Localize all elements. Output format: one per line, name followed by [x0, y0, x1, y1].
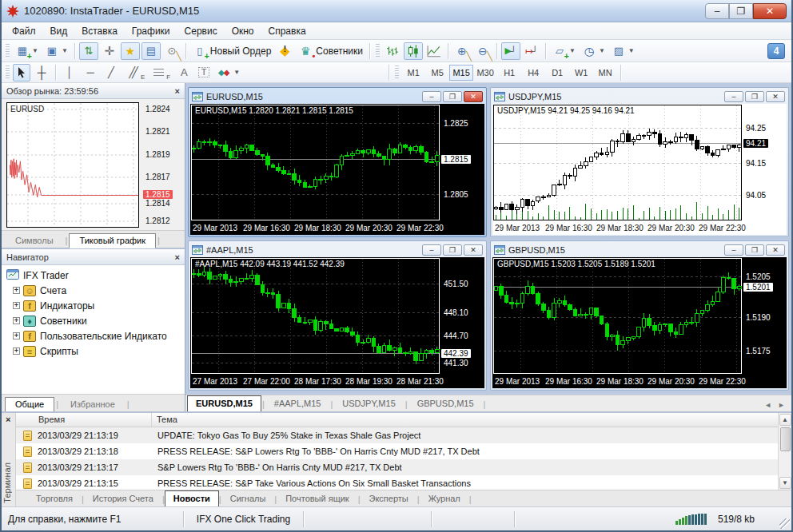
candlestick-chart-type-button[interactable] [404, 42, 423, 60]
tree-item-3[interactable]: +♦Советники [5, 313, 185, 328]
close-icon[interactable]: × [175, 252, 180, 262]
chart-body[interactable]: GBPUSD,M15 1.5203 1.5205 1.5189 1.52011.… [492, 257, 787, 388]
scroll-left-icon[interactable]: ◄ [764, 401, 771, 409]
close-button[interactable]: ✕ [753, 3, 787, 19]
chart-window-gbpusd[interactable]: GBPUSD,M15–❐✕GBPUSD,M15 1.5203 1.5205 1.… [490, 240, 789, 391]
vertical-line-tool-button[interactable]: │ [60, 64, 79, 81]
text-label-tool-button[interactable]: T [195, 64, 213, 81]
chart-window-usdjpy[interactable]: USDJPY,M15–❐✕USDJPY,M15 94.21 94.25 94.1… [490, 87, 789, 237]
chart-plot[interactable]: GBPUSD,M15 1.5203 1.5205 1.5189 1.5201 [493, 258, 742, 374]
zoom-out-button[interactable]: ⊖╲ [473, 42, 492, 60]
timeframe-button-D1[interactable]: D1 [545, 65, 569, 81]
cursor-tool-button[interactable] [13, 64, 30, 81]
news-row[interactable]: 2013/03/29 21:13:17S&P Lowers Rtg To 'BB… [16, 459, 778, 475]
menu-item-Окно[interactable]: Окно [225, 24, 261, 38]
tree-item-5[interactable]: +≡Скрипты [5, 343, 185, 359]
metaquotes-alert-icon[interactable]: ◆! [275, 42, 294, 60]
tree-item-1[interactable]: +☺Счета [5, 283, 185, 298]
news-row[interactable]: 2013/03/29 21:13:15PRESS RELEASE: S&P Ta… [16, 475, 778, 490]
one-click-trading-toggle[interactable]: IFX One Click Trading [184, 511, 304, 527]
minimize-icon[interactable]: – [724, 91, 743, 102]
news-column-topic[interactable]: Тема [152, 413, 778, 427]
bar-chart-type-button[interactable] [383, 42, 402, 60]
toolbar-grip[interactable] [6, 44, 10, 58]
chart-shift-button[interactable]: ↦┘ [522, 42, 541, 60]
scrollbar-thumb[interactable] [780, 427, 791, 451]
timeframe-button-M1[interactable]: M1 [401, 65, 425, 81]
chart-plot[interactable]: #AAPL,M15 442.09 443.19 441.52 442.39 [191, 258, 440, 374]
market-watch-toggle[interactable]: ⇅ [79, 42, 98, 60]
minimize-icon[interactable]: – [422, 91, 441, 102]
restore-icon[interactable]: ❐ [745, 91, 764, 102]
terminal-tab-1[interactable]: Торговля [27, 490, 82, 506]
tree-item-2[interactable]: +fИндикаторы [5, 298, 185, 313]
menu-item-Графики[interactable]: Графики [125, 24, 177, 38]
terminal-tab-2[interactable]: История Счета [84, 490, 162, 506]
timeframe-button-H1[interactable]: H1 [497, 65, 521, 81]
chart-window-titlebar[interactable]: GBPUSD,M15–❐✕ [492, 243, 787, 257]
news-column-time[interactable]: Время [16, 413, 152, 427]
menu-item-Вставка[interactable]: Вставка [74, 24, 125, 38]
arrows-tool-button[interactable]: ◆◆▼ [214, 64, 242, 81]
terminal-toggle[interactable]: ▤ [141, 42, 161, 60]
scroll-right-icon[interactable]: ► [778, 401, 785, 409]
news-scrollbar[interactable]: ▲ ▼ [778, 413, 791, 490]
restore-icon[interactable]: ❐ [443, 91, 462, 102]
navigator-tab-1[interactable]: Общие [5, 397, 54, 412]
tree-expand-icon[interactable]: + [13, 332, 20, 339]
scroll-down-icon[interactable]: ▼ [779, 477, 791, 489]
tree-item-root[interactable]: IFX Trader [5, 268, 185, 283]
chart-plot[interactable]: EURUSD,M15 1.2820 1.2821 1.2815 1.2815 [191, 105, 440, 220]
strategy-tester-button[interactable]: ⊙╲ [162, 42, 181, 60]
toolbar-grip[interactable] [376, 44, 380, 58]
chart-window-titlebar[interactable]: #AAPL,M15–❐✕ [190, 243, 484, 257]
tree-expand-icon[interactable]: + [13, 302, 20, 309]
chart-tab-2[interactable]: #AAPL,M15 [265, 395, 330, 411]
maximize-button[interactable]: ❐ [729, 3, 753, 19]
tree-expand-icon[interactable]: + [13, 347, 20, 355]
close-icon[interactable]: ✕ [464, 244, 483, 256]
tree-expand-icon[interactable]: + [13, 287, 20, 294]
scroll-up-icon[interactable]: ▲ [779, 414, 791, 426]
close-icon[interactable]: ✕ [464, 91, 483, 102]
toolbar-grip[interactable] [6, 66, 10, 80]
navigator-tab-2[interactable]: Избранное [60, 397, 126, 412]
chart-tab-4[interactable]: GBPUSD,M15 [408, 395, 483, 411]
fibonacci-tool-button[interactable]: F [149, 64, 173, 81]
timeframe-button-M15[interactable]: M15 [449, 65, 473, 81]
auto-scroll-toggle[interactable]: ▶┘ [501, 42, 520, 60]
new-order-button[interactable]: ▯+Новый Ордер [190, 42, 273, 60]
trendline-tool-button[interactable]: ╱ [102, 64, 121, 81]
notifications-badge[interactable]: 4 [767, 43, 785, 59]
templates-button[interactable]: ▨▼ [609, 42, 637, 60]
menu-item-Вид[interactable]: Вид [43, 24, 75, 38]
tick-chart-plot[interactable]: EURUSD [6, 102, 139, 228]
news-row[interactable]: 2013/03/29 21:13:18PRESS RELEASE: S&P Lo… [16, 443, 778, 459]
zoom-in-button[interactable]: ⊕╲ [452, 42, 472, 60]
restore-icon[interactable]: ❐ [745, 244, 764, 256]
expert-advisors-button[interactable]: ♛•Советники [296, 42, 365, 60]
timeframe-button-M30[interactable]: M30 [473, 65, 497, 81]
terminal-tab-4[interactable]: Сигналы [221, 490, 275, 506]
text-tool-button[interactable]: A [174, 64, 193, 81]
horizontal-line-tool-button[interactable]: ─ [81, 64, 100, 81]
menu-item-Сервис[interactable]: Сервис [177, 24, 225, 38]
periods-button[interactable]: ◷▼ [580, 42, 608, 60]
chart-tab-3[interactable]: USDJPY,M15 [333, 395, 404, 411]
minimize-button[interactable]: – [705, 3, 729, 19]
close-icon[interactable]: ✕ [766, 91, 785, 102]
menu-item-Файл[interactable]: Файл [5, 24, 43, 38]
chart-body[interactable]: #AAPL,M15 442.09 443.19 441.52 442.39451… [190, 257, 484, 388]
terminal-tab-6[interactable]: Эксперты [361, 490, 417, 506]
market-watch-tab-1[interactable]: Символы [5, 233, 64, 248]
navigator-toggle[interactable]: ★ [121, 42, 140, 60]
chart-plot[interactable]: USDJPY,M15 94.21 94.25 94.16 94.21 [493, 105, 742, 220]
toolbar-grip[interactable] [395, 66, 399, 80]
chart-window-aapl[interactable]: #AAPL,M15–❐✕#AAPL,M15 442.09 443.19 441.… [188, 240, 487, 391]
profiles-button[interactable]: ▣▼ [42, 42, 70, 60]
menu-item-Справка[interactable]: Справка [261, 24, 313, 38]
minimize-icon[interactable]: – [422, 244, 441, 256]
close-icon[interactable]: ✕ [766, 244, 785, 256]
restore-icon[interactable]: ❐ [443, 244, 462, 256]
news-row[interactable]: 2013/03/29 21:13:19UPDATE: Tokyo Gas To … [16, 427, 778, 443]
